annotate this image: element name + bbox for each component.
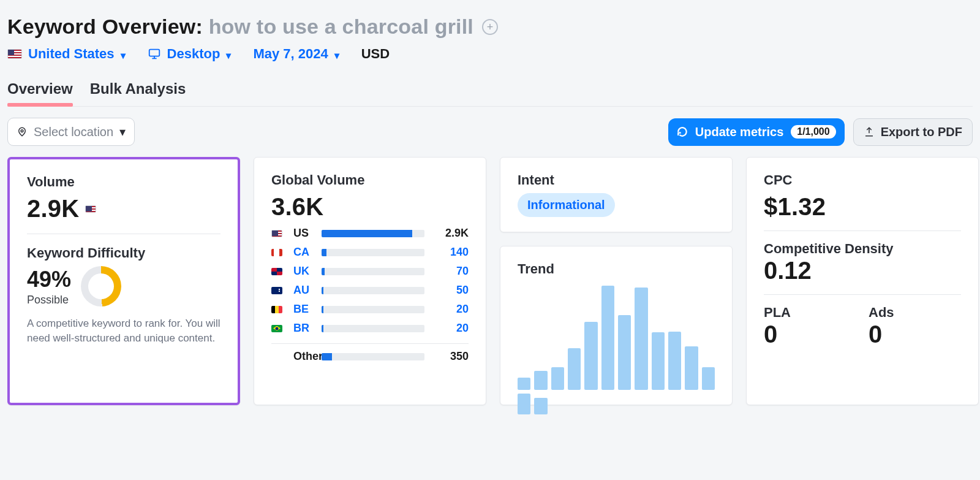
chevron-down-icon: ▾ [334, 50, 339, 61]
trend-card: Trend [500, 246, 733, 405]
pin-icon [17, 126, 28, 137]
gv-country-code: BR [293, 322, 314, 335]
kd-description: A competitive keyword to rank for. You w… [27, 316, 221, 346]
competitive-value: 0.12 [764, 257, 961, 284]
gv-row[interactable]: AU50 [271, 284, 469, 297]
gv-bar [322, 306, 424, 313]
trend-bar [685, 346, 698, 390]
export-pdf-button[interactable]: Export to PDF [853, 118, 973, 146]
tabs: Overview Bulk Analysis [7, 73, 973, 107]
trend-bar [518, 378, 530, 390]
ads-label: Ads [869, 305, 961, 321]
gv-country-code: CA [293, 246, 314, 259]
export-icon [864, 126, 875, 137]
gv-other-value: 350 [432, 350, 469, 363]
gv-value: 2.9K [432, 227, 469, 240]
trend-bar [702, 367, 715, 390]
be-flag-icon [271, 306, 282, 313]
gv-row[interactable]: BR20 [271, 322, 469, 335]
gv-value: 50 [432, 284, 469, 297]
trend-bar [668, 332, 681, 390]
refresh-icon [677, 126, 688, 137]
gv-country-code: BE [293, 303, 314, 316]
gv-country-code: US [293, 227, 314, 240]
kd-percent: 49% [27, 267, 71, 292]
location-select[interactable]: Select location ▾ [7, 118, 135, 146]
gv-row[interactable]: US2.9K [271, 227, 469, 240]
tab-overview[interactable]: Overview [7, 73, 73, 106]
device-filter[interactable]: Desktop ▾ [148, 46, 232, 62]
trend-bar [635, 288, 647, 390]
gv-row[interactable]: UK70 [271, 265, 469, 278]
pla-value: 0 [764, 321, 856, 348]
gv-value: 20 [432, 322, 469, 335]
intent-card: Intent Informational [500, 157, 733, 232]
au-flag-icon [271, 287, 282, 294]
gv-value: 20 [432, 303, 469, 316]
gv-other-label: Other [293, 350, 314, 363]
trend-bar [584, 322, 597, 390]
update-metrics-button[interactable]: Update metrics 1/1,000 [668, 118, 845, 146]
cpc-card: CPC $1.32 Competitive Density 0.12 PLA 0… [746, 157, 979, 405]
date-filter[interactable]: May 7, 2024 ▾ [253, 46, 339, 62]
svg-point-1 [21, 130, 23, 132]
update-metrics-count: 1/1,000 [791, 125, 835, 139]
add-keyword-button[interactable]: + [482, 19, 498, 35]
device-filter-label: Desktop [167, 46, 221, 62]
svg-rect-0 [149, 50, 159, 56]
kd-subtitle: Possible [27, 294, 71, 307]
trend-bar [601, 286, 614, 390]
volume-value: 2.9K [27, 195, 79, 223]
gv-bar [322, 230, 424, 237]
global-volume-card: Global Volume 3.6K US2.9KCA140UK70AU50BE… [254, 157, 486, 405]
trend-bar [568, 348, 581, 390]
competitive-label: Competitive Density [764, 241, 961, 257]
gv-other-bar [322, 353, 424, 360]
trend-bar [551, 367, 564, 390]
us-flag-icon [85, 205, 96, 213]
pla-label: PLA [764, 305, 856, 321]
gv-row[interactable]: CA140 [271, 246, 469, 259]
date-filter-label: May 7, 2024 [253, 46, 328, 62]
export-pdf-label: Export to PDF [881, 125, 962, 139]
currency-label: USD [361, 46, 390, 62]
volume-card: Volume 2.9K Keyword Difficulty 49% Possi… [7, 157, 240, 405]
trend-bar [534, 371, 547, 390]
ads-value: 0 [869, 321, 961, 348]
ca-flag-icon [271, 249, 282, 256]
desktop-icon [148, 47, 161, 61]
chevron-down-icon: ▾ [119, 124, 126, 139]
gv-bar [322, 249, 424, 256]
trend-bar [618, 315, 631, 390]
us-flag-icon [271, 230, 282, 237]
trend-label: Trend [518, 261, 715, 277]
gv-bar [322, 287, 424, 294]
gv-bar [322, 325, 424, 332]
volume-label: Volume [27, 174, 221, 190]
page-title-label: Keyword Overview: [7, 15, 203, 38]
gv-bar [322, 268, 424, 275]
gv-value: 140 [432, 246, 469, 259]
country-filter[interactable]: United States ▾ [7, 46, 126, 62]
uk-flag-icon [271, 268, 282, 275]
gv-country-code: AU [293, 284, 314, 297]
br-flag-icon [271, 325, 282, 332]
cpc-value: $1.32 [764, 193, 961, 221]
trend-bar [518, 394, 530, 414]
intent-label: Intent [518, 172, 715, 188]
chevron-down-icon: ▾ [121, 50, 126, 61]
intent-badge: Informational [518, 193, 615, 217]
trend-bar [534, 398, 547, 414]
gv-country-code: UK [293, 265, 314, 278]
gv-row[interactable]: BE20 [271, 303, 469, 316]
country-filter-label: United States [28, 46, 115, 62]
update-metrics-label: Update metrics [695, 125, 784, 139]
location-placeholder: Select location [34, 125, 113, 139]
tab-bulk-analysis[interactable]: Bulk Analysis [90, 73, 186, 106]
gv-value: 70 [432, 265, 469, 278]
chevron-down-icon: ▾ [226, 50, 231, 61]
global-volume-total: 3.6K [271, 193, 469, 221]
us-flag-icon [7, 49, 22, 59]
kd-ring-icon [81, 266, 121, 307]
global-volume-label: Global Volume [271, 172, 469, 188]
